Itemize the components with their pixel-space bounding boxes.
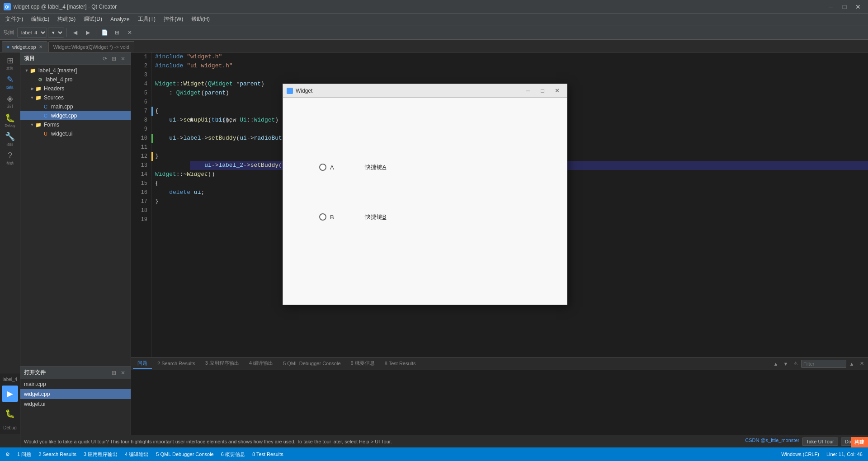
open-file-main-cpp[interactable]: main.cpp [20,379,131,389]
open-files-title: 打开文件 [24,369,46,376]
menu-analyze[interactable]: Analyze [107,15,133,24]
open-files-split[interactable]: ⊞ [110,369,118,377]
problems-panel: 问题 2 Search Results 3 应用程序输出 4 编译输出 5 QM… [131,357,868,447]
menu-tools[interactable]: 工具(T) [134,14,159,24]
tab-search[interactable]: 2 Search Results [153,358,200,369]
tree-item-forms[interactable]: ▼ 📁 Forms [20,120,131,129]
sidebar-item-edit[interactable]: ✎ 编辑 [1,73,19,91]
project-selector[interactable]: label_4 [17,28,47,38]
tree-item-pro[interactable]: ⚙ label_4.pro [20,75,131,84]
radio-button-b[interactable] [319,213,326,221]
widget-minimize-btn[interactable]: ─ [522,86,534,96]
tree-item-widget-ui[interactable]: U widget.ui [20,129,131,138]
open-files-close[interactable]: ✕ [119,369,127,377]
tree-item-widget-cpp[interactable]: C widget.cpp [20,111,131,120]
radio-button-a[interactable] [319,164,326,171]
status-general[interactable]: 6 概要信息 [219,451,247,458]
tab-appoutput-label: 3 应用程序输出 [205,360,239,367]
toolbar-project-label: 项目 [2,28,16,36]
toolbar-close-button[interactable]: ✕ [124,27,136,38]
tree-item-root[interactable]: ▼ 📁 label_4 [master] [20,66,131,75]
tab-bar: ● widget.cpp ✕ Widget::Widget(QWidget *)… [0,40,868,52]
title-bar-left: Qt widget.cpp @ label_4 [master] - Qt Cr… [4,3,117,10]
arrow-sources: ▼ [29,95,35,100]
prob-nav-up-btn[interactable]: ▲ [771,359,780,368]
tree-item-main-cpp[interactable]: C main.cpp [20,102,131,111]
tree-item-sources[interactable]: ▼ 📁 Sources [20,93,131,102]
tree-label-widget: widget.cpp [51,113,77,119]
radio-label-b: B [330,214,334,221]
widget-app-icon [287,88,293,94]
run-button[interactable]: ▶ [2,386,18,402]
file-icon-ui: U [42,130,49,137]
toolbar-doc-button[interactable]: 📄 [99,27,110,38]
prob-warning-btn[interactable]: ⚠ [791,359,800,368]
toolbar-sep-2 [96,28,96,37]
build-icon: ⚙ [5,452,10,457]
build-selector[interactable]: ▾ [48,28,64,38]
menu-build[interactable]: 构建(B) [54,14,79,24]
sidebar-item-welcome[interactable]: ⊞ 欢迎 [1,54,19,72]
menu-edit[interactable]: 编辑(E) [28,14,53,24]
close-button[interactable]: ✕ [852,2,864,11]
menu-debug[interactable]: 调试(D) [80,14,106,24]
help-icon: ? [8,151,12,160]
tree-item-headers[interactable]: ▶ 📁 Headers [20,84,131,93]
status-compileoutput[interactable]: 4 编译输出 [123,451,151,458]
tab-function[interactable]: Widget::Widget(QWidget *) -> void [48,41,134,52]
prob-tab-tools: ▲ ▼ ⚠ ▲ ✕ [771,359,866,368]
widget-maximize-btn[interactable]: □ [536,86,549,96]
widget-close-btn[interactable]: ✕ [551,86,563,96]
sidebar-item-project[interactable]: 🔧 项目 [1,130,19,148]
prob-close-btn[interactable]: ✕ [857,359,866,368]
tab-qml[interactable]: 5 QML Debugger Console [278,358,345,369]
status-tests[interactable]: 8 Test Results [250,452,285,457]
status-search[interactable]: 2 Search Results [37,452,78,457]
tab-compileoutput[interactable]: 4 编译输出 [245,358,278,369]
prob-nav-down-btn[interactable]: ▼ [781,359,790,368]
nav-forward-button[interactable]: ▶ [82,27,94,38]
tab-appoutput[interactable]: 3 应用程序输出 [201,358,244,369]
tab-summary-label: 6 概要信息 [351,360,375,367]
panel-split-button[interactable]: ⊞ [110,55,118,63]
widget-title-controls: ─ □ ✕ [522,86,563,96]
tree-label-forms: Forms [44,122,59,128]
prob-maximize-btn[interactable]: ▲ [847,359,856,368]
debug-run-button[interactable]: 🐛 [2,405,18,422]
panel-close-button[interactable]: ✕ [119,55,127,63]
bottom-debug-label: Debug [3,425,16,430]
status-qml[interactable]: 5 QML Debugger Console [154,452,215,457]
sidebar-item-debug[interactable]: 🐛 Debug [1,111,19,129]
floating-build-label[interactable]: 构建 [851,437,868,447]
tab-widget-cpp[interactable]: ● widget.cpp ✕ [2,41,47,52]
maximize-button[interactable]: □ [838,2,851,11]
open-file-widget-ui[interactable]: widget.ui [20,399,131,409]
open-file-widget-cpp[interactable]: widget.cpp [20,389,131,399]
csdn-link[interactable]: CSDN @s_lttie_monster [745,437,799,446]
bottom-label-label4: label_4 [3,377,17,382]
change-marker-9 [151,134,153,143]
minimize-button[interactable]: ─ [825,2,837,11]
tab-testresults[interactable]: 8 Test Results [380,358,420,369]
tab-problems[interactable]: 问题 [133,358,152,369]
take-tour-button[interactable]: Take UI Tour [802,437,838,446]
tab-summary[interactable]: 6 概要信息 [346,358,379,369]
status-appoutput[interactable]: 3 应用程序输出 [82,451,119,458]
toolbar-split-button[interactable]: ⊞ [111,27,123,38]
widget-content: A 快捷键A B 快捷键B [283,98,567,305]
tab-search-label: 2 Search Results [157,361,195,366]
nav-back-button[interactable]: ◀ [69,27,81,38]
problems-filter-input[interactable] [801,360,846,368]
panel-sync-button[interactable]: ⟳ [101,55,109,63]
status-build-btn[interactable]: ⚙ [4,452,12,457]
toolbar-sep-1 [66,28,67,37]
sidebar-item-help[interactable]: ? 帮助 [1,149,19,167]
tab-close-icon[interactable]: ✕ [39,44,42,49]
arrow-forms: ▼ [29,122,35,127]
menu-help[interactable]: 帮助(H) [188,14,213,24]
menu-file[interactable]: 文件(F) [2,14,27,24]
status-issue[interactable]: 1 问题 [15,451,33,458]
sidebar-item-design[interactable]: ◈ 设计 [1,92,19,110]
menu-controls[interactable]: 控件(W) [160,14,187,24]
project-panel-header: 项目 ⟳ ⊞ ✕ [20,52,131,65]
